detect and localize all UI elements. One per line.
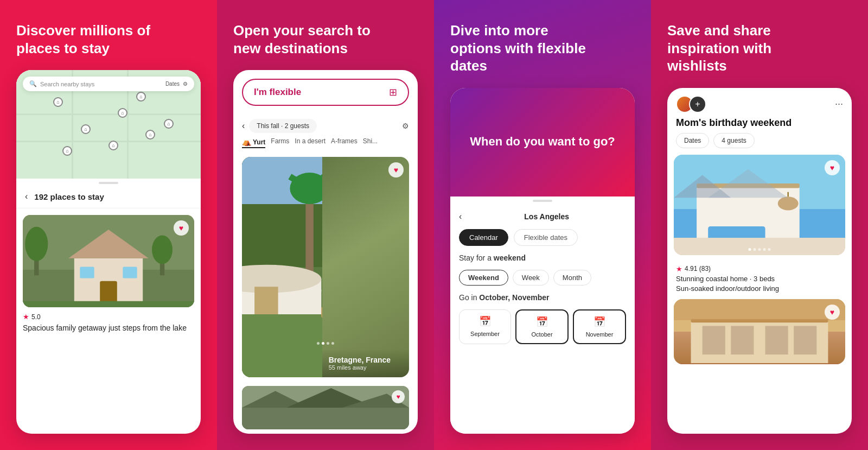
p3-location-label: Los Angeles (467, 212, 626, 221)
p2-listing[interactable]: ♥ Bretagne, France 55 miles away (242, 157, 409, 377)
tag-guests[interactable]: 4 guests (713, 133, 754, 148)
cat-aframes[interactable]: A-frames (331, 137, 358, 148)
p2-listing-image: ♥ Bretagne, France 55 miles away (242, 157, 409, 377)
phone-4: + ··· Mom's birthday weekend Dates 4 gue… (667, 88, 852, 434)
phone-1: 🔍 Search nearby stays Dates ⚙ ‹ 192 plac… (16, 70, 201, 434)
places-nav: ‹ 192 places to stay (16, 185, 201, 208)
svg-rect-28 (242, 408, 409, 429)
tag-dates[interactable]: Dates (676, 133, 709, 148)
tab-flexible[interactable]: Flexible dates (514, 229, 578, 246)
p4-main-heart[interactable]: ♥ (825, 160, 840, 175)
panel-2-title: Open your search to new destinations (233, 22, 385, 57)
map-pin[interactable] (164, 119, 174, 129)
more-options-button[interactable]: ··· (835, 98, 843, 110)
svg-rect-11 (23, 301, 194, 307)
cat-yurt[interactable]: ⛺Yurt (242, 137, 265, 148)
svg-point-5 (152, 236, 173, 264)
flexible-bar[interactable]: I'm flexible ⊞ (242, 79, 409, 106)
p2-listing-2[interactable]: ♥ (242, 386, 409, 429)
p4-star-icon: ★ (676, 265, 682, 273)
dates-label: Dates (165, 81, 180, 87)
panel-4-title: Save and share inspiration with wishlist… (667, 22, 819, 75)
phone-2: I'm flexible ⊞ ‹ This fall · 2 guests ⚙ … (233, 70, 418, 434)
p4-second-heart[interactable]: ♥ (825, 305, 840, 320)
cat-shi[interactable]: Shi... (363, 137, 378, 148)
dur-month[interactable]: Month (553, 270, 591, 286)
cat-farms[interactable]: Farms (271, 137, 289, 148)
map-road (16, 113, 201, 115)
wishlist-header: + ··· (667, 88, 852, 117)
map-pin[interactable] (136, 92, 146, 102)
p2-listing-caption: Bretagne, France 55 miles away (322, 349, 409, 377)
svg-rect-10 (100, 281, 117, 304)
grid-icon: ⊞ (389, 86, 397, 98)
p2-listing-2-svg (242, 386, 409, 429)
panel-1-title: Discover millions of places to stay (16, 22, 168, 57)
p4-dot-5 (768, 248, 771, 251)
dur-week[interactable]: Week (513, 270, 549, 286)
map-pin[interactable] (81, 124, 91, 134)
p3-duration-row: Weekend Week Month (459, 270, 626, 286)
month-november[interactable]: 📅 November (573, 309, 626, 344)
p2-back-button[interactable]: ‹ (242, 121, 245, 131)
september-label: September (470, 331, 500, 337)
places-count: 192 places to stay (34, 192, 104, 201)
p3-hero: When do you want to go? (450, 88, 635, 197)
coastal-scene (674, 155, 845, 255)
rating-row: ★ 5.0 (23, 313, 194, 321)
p3-tab-row: Calendar Flexible dates (459, 229, 626, 246)
month-september[interactable]: 📅 September (459, 309, 511, 344)
map-pin[interactable] (145, 130, 155, 140)
panel-1: Discover millions of places to stay (0, 0, 217, 450)
listing-title: Spacious family getaway just steps from … (23, 323, 194, 333)
p4-dot-1 (749, 248, 751, 251)
phone-3: When do you want to go? ‹ Los Angeles Ca… (450, 88, 635, 434)
map-pin[interactable] (118, 108, 127, 118)
wishlist-heart[interactable]: ♥ (174, 220, 189, 236)
p2-filter-icon[interactable]: ⚙ (402, 122, 409, 130)
wishlist-tags: Dates 4 guests (667, 133, 852, 155)
svg-rect-47 (794, 326, 816, 354)
october-icon: 📅 (536, 316, 548, 328)
p4-second-listing[interactable]: ♥ (674, 299, 845, 364)
map-pin[interactable] (53, 97, 63, 107)
search-bar-left: 🔍 Search nearby stays (29, 80, 94, 87)
p3-back-button[interactable]: ‹ (459, 212, 462, 221)
rating-value: 5.0 (31, 313, 41, 321)
p4-main-listing[interactable]: ♥ (674, 155, 845, 255)
avatar-group: + (676, 96, 706, 113)
p2-distance: 55 miles away (329, 364, 403, 371)
map-area: 🔍 Search nearby stays Dates ⚙ (16, 70, 201, 179)
tab-calendar[interactable]: Calendar (459, 229, 508, 246)
season-pill[interactable]: This fall · 2 guests (249, 119, 317, 133)
dur-weekend[interactable]: Weekend (459, 270, 508, 286)
listing-info: ★ 5.0 Spacious family getaway just steps… (23, 313, 194, 333)
cat-desert[interactable]: In a desert (295, 137, 326, 148)
p3-stay-label: Stay for a weekend (459, 253, 626, 262)
p2-listing-2-heart[interactable]: ♥ (392, 390, 405, 403)
listing-card-1[interactable]: ♥ ★ 5.0 Spacious family getaway just ste… (16, 208, 201, 434)
p2-categories: ⛺Yurt Farms In a desert A-frames Shi... (233, 137, 418, 153)
go-in-months: October, November (479, 293, 549, 302)
avatar-add-button[interactable]: + (689, 96, 706, 113)
map-pin[interactable] (62, 146, 72, 156)
scroll-bar (99, 182, 118, 184)
map-pin[interactable] (108, 141, 118, 150)
p2-nav: ‹ This fall · 2 guests ⚙ (233, 115, 418, 137)
search-bar-right: Dates ⚙ (165, 81, 188, 87)
svg-rect-50 (674, 363, 845, 364)
p2-heart[interactable]: ♥ (388, 162, 404, 178)
svg-rect-25 (321, 307, 322, 319)
october-label: October (531, 331, 552, 338)
filter-icon[interactable]: ⚙ (183, 81, 188, 87)
svg-rect-41 (674, 238, 845, 255)
november-icon: 📅 (593, 316, 605, 328)
month-october[interactable]: 📅 October (515, 309, 569, 344)
p3-scroll-indicator (450, 197, 635, 203)
coastal-svg (674, 155, 845, 255)
p4-dot-4 (763, 248, 766, 251)
back-button[interactable]: ‹ (25, 192, 28, 201)
svg-rect-23 (242, 314, 322, 377)
september-icon: 📅 (479, 315, 491, 327)
search-bar[interactable]: 🔍 Search nearby stays Dates ⚙ (23, 77, 194, 91)
